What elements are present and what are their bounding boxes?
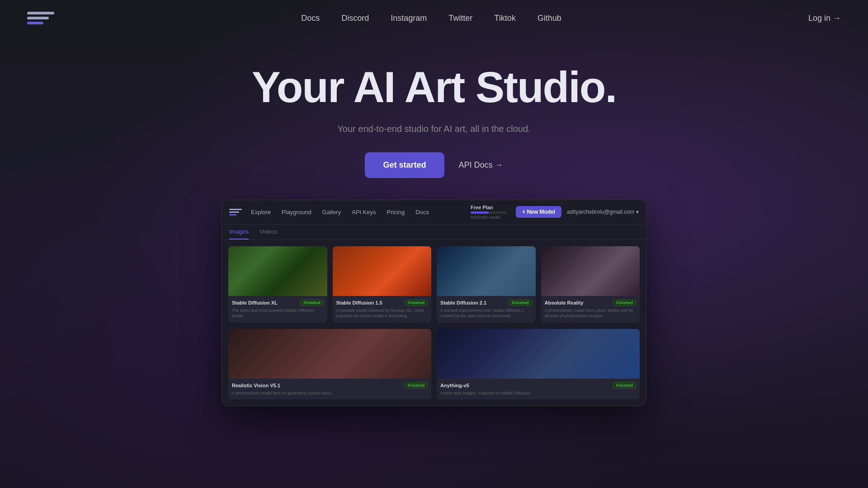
plan-bar-bg [471, 211, 507, 214]
login-link[interactable]: Log in → [808, 14, 841, 23]
app-nav-explore[interactable]: Explore [251, 209, 271, 216]
app-nav-pricing[interactable]: Pricing [387, 209, 405, 216]
model-card-ar[interactable]: Absolute Reality Finished A photorealist… [541, 246, 640, 323]
app-nav: Explore Playground Gallery API Keys Pric… [222, 200, 646, 225]
hero-section: Your AI Art Studio. Your end-to-end stud… [0, 36, 868, 178]
card-title-sd21: Stable Diffusion 2.1 [440, 300, 486, 305]
logo[interactable] [27, 12, 54, 24]
app-logo-bar-1 [229, 209, 242, 210]
nav-discord[interactable]: Discord [341, 14, 369, 23]
badge-ar: Finished [613, 300, 636, 306]
logo-bar-3 [27, 22, 43, 24]
card-desc-sdxl: The latest and most powerful Stable Diff… [232, 308, 324, 319]
model-thumb-sdxl [228, 246, 327, 296]
model-thumb-sd21 [437, 246, 536, 296]
card-desc-sd15: A versatile model released by Runway ML.… [336, 308, 428, 319]
nav-links: Docs Discord Instagram Twitter Tiktok Gi… [301, 14, 561, 23]
badge-sd21: Finished [509, 300, 532, 306]
card-title-av5: Anything-v5 [440, 383, 469, 388]
tab-images[interactable]: Images [229, 228, 249, 239]
model-card-rv[interactable]: Realistic Vision V5.1 Finished A photore… [228, 329, 431, 400]
badge-rv: Finished [405, 382, 428, 389]
nav-tiktok[interactable]: Tiktok [494, 14, 515, 23]
card-title-rv: Realistic Vision V5.1 [232, 383, 280, 388]
app-nav-api-keys[interactable]: API Keys [352, 209, 376, 216]
app-logo-bar-3 [229, 214, 236, 216]
new-model-button[interactable]: + New Model [516, 206, 561, 218]
image-grid-row2: Realistic Vision V5.1 Finished A photore… [222, 329, 646, 406]
card-desc-av5: Anime-style images. Featured on Stable D… [440, 390, 636, 396]
logo-bar-1 [27, 12, 54, 14]
card-title-sdxl: Stable Diffusion XL [232, 300, 278, 305]
api-docs-link[interactable]: API Docs → [459, 160, 503, 170]
logo-bar-2 [27, 17, 49, 19]
app-logo [229, 209, 242, 216]
nav-twitter[interactable]: Twitter [448, 14, 472, 23]
hero-title: Your AI Art Studio. [0, 63, 868, 111]
model-thumb-sd15 [333, 246, 432, 296]
model-card-sd15[interactable]: Stable Diffusion 1.5 Finished A versatil… [333, 246, 432, 323]
user-email[interactable]: adityarchebrolu@gmail.com ▾ [567, 209, 639, 215]
badge-sd15: Finished [405, 300, 428, 306]
model-thumb-rv [228, 329, 431, 379]
model-thumb-ar [541, 246, 640, 296]
app-nav-right: Free Plan 500/1000 credits + New Model a… [471, 205, 639, 220]
badge-sdxl: Finished [300, 300, 323, 306]
card-desc-ar: A photorealistic model from Lykon. Works… [545, 308, 637, 319]
card-desc-sd21: A marked improvement over Stable Diffusi… [440, 308, 532, 319]
plan-bar-fill [471, 211, 489, 214]
app-logo-bar-2 [229, 211, 239, 213]
app-nav-docs[interactable]: Docs [415, 209, 429, 216]
image-grid-row1: Stable Diffusion XL Finished The latest … [222, 240, 646, 329]
model-card-sd21[interactable]: Stable Diffusion 2.1 Finished A marked i… [437, 246, 536, 323]
tab-videos[interactable]: Videos [259, 228, 278, 239]
model-thumb-av5 [437, 329, 640, 379]
card-title-ar: Absolute Reality [545, 300, 584, 305]
nav-github[interactable]: Github [538, 14, 561, 23]
badge-av5: Finished [613, 382, 636, 389]
app-nav-gallery[interactable]: Gallery [322, 209, 341, 216]
get-started-button[interactable]: Get started [365, 152, 444, 178]
main-nav: Docs Discord Instagram Twitter Tiktok Gi… [0, 0, 868, 36]
app-screenshot: Explore Playground Gallery API Keys Pric… [222, 200, 646, 407]
hero-buttons: Get started API Docs → [0, 152, 868, 178]
app-content-tabs: Images Videos [222, 225, 646, 240]
app-nav-playground[interactable]: Playground [282, 209, 311, 216]
nav-docs[interactable]: Docs [301, 14, 320, 23]
nav-instagram[interactable]: Instagram [391, 14, 427, 23]
free-plan-box: Free Plan 500/1000 credits [471, 205, 507, 220]
card-desc-rv: A photorealistic model best for generati… [232, 390, 428, 396]
free-plan-label: Free Plan [471, 205, 507, 210]
model-card-sdxl[interactable]: Stable Diffusion XL Finished The latest … [228, 246, 327, 323]
plan-credits: 500/1000 credits [471, 215, 507, 220]
hero-subtitle: Your end-to-end studio for AI art, all i… [0, 124, 868, 134]
card-title-sd15: Stable Diffusion 1.5 [336, 300, 382, 305]
model-card-av5[interactable]: Anything-v5 Finished Anime-style images.… [437, 329, 640, 400]
app-nav-links: Explore Playground Gallery API Keys Pric… [251, 209, 471, 216]
